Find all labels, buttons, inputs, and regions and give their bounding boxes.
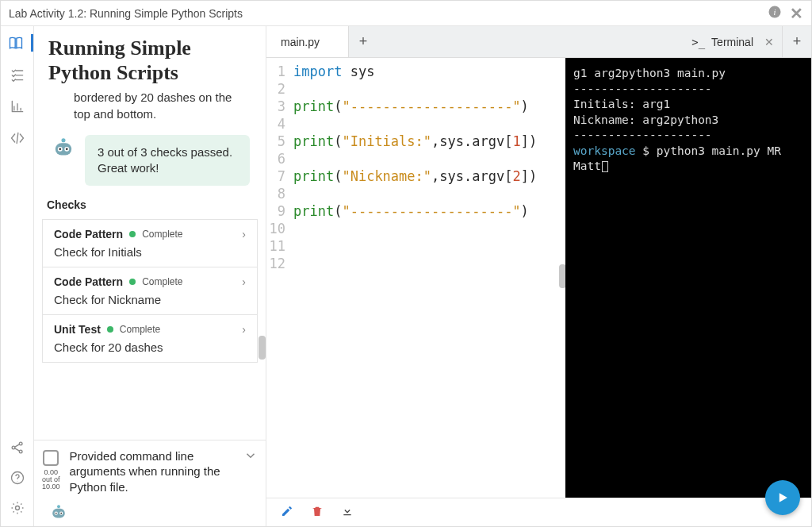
chevron-right-icon: › bbox=[242, 228, 246, 240]
svg-point-11 bbox=[59, 148, 61, 150]
svg-point-7 bbox=[61, 138, 65, 142]
panel-title: Running Simple Python Scripts bbox=[48, 36, 251, 85]
check-item[interactable]: Code PatternComplete›Check for Nickname bbox=[42, 267, 258, 314]
check-item[interactable]: Code PatternComplete›Check for Initials bbox=[42, 219, 258, 267]
title-bar: Lab Activity 1.2: Running Simple Python … bbox=[1, 1, 811, 26]
info-icon[interactable]: i bbox=[768, 5, 782, 22]
svg-point-4 bbox=[19, 450, 22, 453]
file-tab[interactable]: main.py bbox=[266, 26, 349, 57]
editor-zone: main.py + >_ Terminal ✕ + 12345678910111… bbox=[266, 26, 811, 526]
check-item[interactable]: Unit TestComplete›Check for 20 dashes bbox=[42, 314, 258, 363]
left-nav bbox=[1, 26, 34, 526]
terminal-tab-label: Terminal bbox=[711, 36, 753, 48]
svg-point-12 bbox=[66, 148, 68, 150]
nav-share-icon[interactable] bbox=[9, 439, 26, 456]
terminal-output: g1 arg2python3 main.py -----------------… bbox=[573, 66, 803, 175]
close-terminal-icon[interactable]: ✕ bbox=[764, 36, 774, 48]
nav-help-icon[interactable] bbox=[9, 469, 26, 487]
tab-bar: main.py + >_ Terminal ✕ + bbox=[266, 26, 811, 58]
terminal-pane[interactable]: g1 arg2python3 main.py -----------------… bbox=[565, 58, 811, 498]
svg-rect-14 bbox=[52, 509, 65, 518]
checks-heading: Checks bbox=[42, 194, 258, 219]
instruction-fragment: bordered by 20 dashes on the top and bot… bbox=[42, 90, 258, 129]
nav-settings-icon[interactable] bbox=[9, 499, 26, 517]
add-terminal-tab[interactable]: + bbox=[783, 26, 811, 57]
chevron-right-icon: › bbox=[242, 323, 246, 336]
code-editor[interactable]: 123456789101112 import sys print("------… bbox=[266, 58, 565, 498]
terminal-cursor bbox=[602, 161, 608, 172]
nav-book-icon[interactable] bbox=[1, 34, 33, 52]
line-gutter: 123456789101112 bbox=[266, 58, 290, 498]
file-tab-label: main.py bbox=[281, 36, 320, 48]
robot-icon bbox=[50, 135, 77, 162]
svg-point-2 bbox=[12, 446, 15, 449]
chevron-right-icon: › bbox=[242, 275, 246, 288]
scrollbar-thumb[interactable] bbox=[259, 336, 266, 360]
page-title: Lab Activity 1.2: Running Simple Python … bbox=[9, 7, 243, 20]
editor-scroll-thumb[interactable] bbox=[559, 264, 565, 288]
download-icon[interactable] bbox=[341, 505, 354, 521]
code-content[interactable]: import sys print("--------------------")… bbox=[290, 58, 565, 498]
nav-checklist-icon[interactable] bbox=[9, 66, 26, 83]
close-icon[interactable]: ✕ bbox=[790, 4, 803, 23]
trash-icon[interactable] bbox=[311, 505, 324, 521]
edit-icon[interactable] bbox=[281, 505, 293, 521]
nav-chart-icon[interactable] bbox=[9, 98, 26, 115]
nav-code-icon[interactable] bbox=[9, 129, 26, 147]
svg-point-13 bbox=[57, 505, 60, 508]
add-file-tab[interactable]: + bbox=[349, 26, 377, 57]
bot-message: 3 out of 3 checks passed. Great work! bbox=[85, 135, 250, 187]
svg-point-6 bbox=[15, 506, 19, 510]
robot-icon-small bbox=[48, 502, 69, 523]
checks-list: Code PatternComplete›Check for InitialsC… bbox=[42, 219, 258, 363]
panel-footer: 0.00 out of 10.00 Provided command line … bbox=[34, 440, 266, 503]
terminal-icon: >_ bbox=[691, 36, 705, 48]
footer-text: Provided command line arguments when run… bbox=[70, 448, 234, 495]
run-button[interactable] bbox=[765, 480, 800, 515]
instructions-panel: Running Simple Python Scripts bordered b… bbox=[34, 26, 266, 526]
terminal-tab[interactable]: >_ Terminal ✕ bbox=[677, 26, 783, 57]
svg-point-3 bbox=[19, 442, 22, 445]
chevron-down-icon[interactable] bbox=[243, 448, 258, 466]
svg-point-17 bbox=[56, 513, 57, 514]
score-display: 0.00 out of 10.00 bbox=[42, 469, 60, 491]
svg-point-18 bbox=[60, 513, 62, 514]
editor-toolbar bbox=[266, 498, 811, 526]
footer-checkbox[interactable] bbox=[43, 450, 59, 466]
svg-text:i: i bbox=[774, 7, 776, 16]
